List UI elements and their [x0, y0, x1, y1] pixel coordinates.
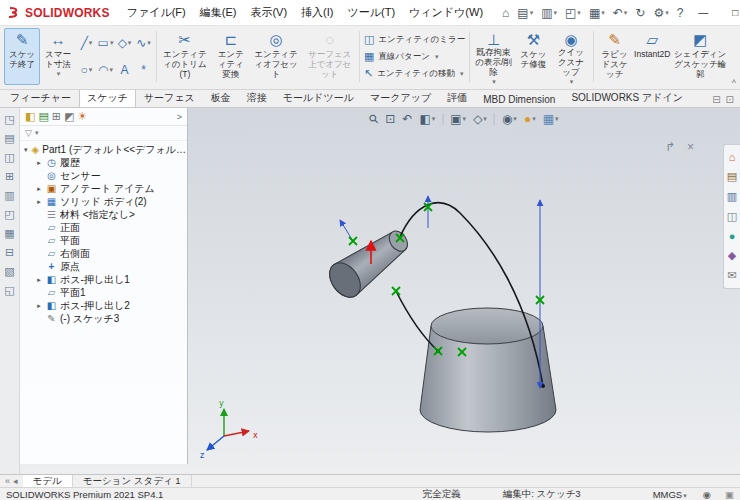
- tab-features[interactable]: フィーチャー: [2, 88, 79, 107]
- side-toolbar-icon[interactable]: ▤: [4, 132, 14, 145]
- expander-icon[interactable]: ▸: [35, 276, 43, 284]
- options-icon[interactable]: ⚙▾: [649, 5, 672, 21]
- filter-icon[interactable]: ▽: [25, 128, 32, 138]
- boss-extrude1-body[interactable]: [420, 308, 556, 432]
- shaded-sketch-contours-button[interactable]: ◩ シェイディングスケッチ輪郭: [670, 28, 730, 85]
- menu-insert[interactable]: 挿入(I): [294, 1, 340, 24]
- instant2d-button[interactable]: ▱ Instant2D: [634, 28, 670, 85]
- tab-surfaces[interactable]: サーフェス: [136, 88, 203, 107]
- line-tool-button[interactable]: ╱▾: [77, 30, 96, 57]
- 3d-scene[interactable]: x y z: [188, 108, 740, 474]
- tab-sheet-metal[interactable]: 板金: [203, 88, 239, 107]
- open-icon[interactable]: ▥▾: [537, 5, 561, 21]
- tree-item-origin[interactable]: + 原点: [20, 260, 187, 273]
- file-explorer-icon[interactable]: ▥: [727, 190, 737, 203]
- solidworks-resources-icon[interactable]: ⌂: [729, 151, 736, 163]
- eye-icon[interactable]: ◉: [703, 489, 711, 500]
- circle-tool-button[interactable]: ○▾: [77, 57, 96, 84]
- tree-item-annotations[interactable]: ▸ ▣ アノテート アイテム: [20, 182, 187, 195]
- dropdown-arrow-icon[interactable]: ▾: [432, 115, 436, 123]
- expander-icon[interactable]: ▸: [35, 159, 43, 167]
- dropdown-arrow-icon[interactable]: ▾: [110, 39, 114, 47]
- tree-item-boss-extrude2[interactable]: ▸ ◧ ボス-押し出し2: [20, 299, 187, 312]
- flyout-arrow-icon[interactable]: >: [177, 112, 182, 122]
- home-icon[interactable]: ⌂: [498, 5, 513, 21]
- tree-item-sensors[interactable]: ◎ センサー: [20, 169, 187, 182]
- convert-entities-button[interactable]: ⊏ エンティティ変換: [211, 28, 250, 85]
- arc-tool-button[interactable]: ◠▾: [96, 57, 115, 84]
- print-icon[interactable]: ▦▾: [585, 5, 609, 21]
- side-toolbar-icon[interactable]: ⊞: [5, 170, 14, 183]
- appearances-icon[interactable]: ●: [729, 230, 736, 242]
- mirror-entities-button[interactable]: ◫ エンティティのミラー: [364, 33, 465, 46]
- tree-item-part[interactable]: ▾ ◈ Part1 (デフォルト<<デフォルト>_表示状態 1>: [20, 143, 187, 156]
- tab-mbd-dimension[interactable]: MBD Dimension: [475, 91, 563, 107]
- motion-study-tab[interactable]: モーション スタディ 1: [73, 475, 192, 487]
- side-toolbar-icon[interactable]: ◳: [4, 113, 14, 126]
- dropdown-arrow-icon[interactable]: ▾: [128, 39, 132, 47]
- minimize-button[interactable]: —: [687, 0, 719, 26]
- display-delete-relations-button[interactable]: ⊥ 既存拘束の表示/削除 ▾: [472, 28, 516, 85]
- expander-icon[interactable]: ▸: [35, 198, 43, 206]
- pane-toggle-icon[interactable]: ⊡: [726, 94, 734, 105]
- dropdown-arrow-icon[interactable]: ▾: [460, 70, 464, 78]
- units-selector[interactable]: MMGS▾: [653, 489, 687, 500]
- menu-edit[interactable]: 編集(E): [193, 1, 244, 24]
- design-library-icon[interactable]: ▤: [727, 170, 737, 183]
- configuration-manager-tab[interactable]: ⊞: [52, 110, 61, 123]
- menu-file[interactable]: ファイル(F): [120, 1, 193, 24]
- side-toolbar-icon[interactable]: ▧: [4, 265, 14, 278]
- dropdown-arrow-icon[interactable]: ▾: [147, 39, 151, 47]
- reference-triad[interactable]: x y z: [200, 399, 258, 460]
- tab-weldments[interactable]: 溶接: [239, 88, 275, 107]
- repair-sketch-button[interactable]: ⚒ スケッチ修復: [515, 28, 551, 85]
- exit-sketch-button[interactable]: ✎ スケッチ終了: [4, 28, 40, 85]
- tab-sketch[interactable]: スケッチ: [79, 88, 136, 107]
- view-palette-icon[interactable]: ◫: [727, 210, 737, 223]
- save-icon[interactable]: ◰▾: [561, 5, 585, 21]
- menu-window[interactable]: ウィンドウ(W): [402, 1, 490, 24]
- model-tab[interactable]: モデル: [23, 475, 73, 487]
- tree-item-front-plane[interactable]: ▱ 正面: [20, 221, 187, 234]
- tree-item-boss-extrude1[interactable]: ▸ ◧ ボス-押し出し1: [20, 273, 187, 286]
- side-toolbar-icon[interactable]: ▥: [4, 189, 14, 202]
- undo-icon[interactable]: ↶▾: [609, 5, 632, 21]
- spline-tool-button[interactable]: ∿▾: [134, 30, 153, 57]
- featuremanager-tree-tab[interactable]: ◧: [25, 110, 35, 123]
- status-pane-icon[interactable]: ▣: [725, 489, 734, 500]
- scroll-prev-icon[interactable]: ◂: [13, 476, 18, 486]
- tree-item-right-plane[interactable]: ▱ 右側面: [20, 247, 187, 260]
- side-toolbar-icon[interactable]: ◰: [4, 208, 14, 221]
- dimxpert-manager-tab[interactable]: ◩: [64, 110, 74, 123]
- dropdown-arrow-icon[interactable]: ▾: [89, 66, 93, 74]
- solidworks-forum-icon[interactable]: ✉: [727, 269, 736, 282]
- dropdown-arrow-icon[interactable]: ▾: [513, 115, 517, 123]
- dropdown-arrow-icon[interactable]: ▾: [483, 115, 487, 123]
- display-style-icon[interactable]: ◇▾: [470, 112, 490, 126]
- display-manager-tab[interactable]: ☀: [77, 110, 87, 123]
- dropdown-arrow-icon[interactable]: ▾: [463, 115, 467, 123]
- tree-item-sketch3[interactable]: ✎ (-) スケッチ3: [20, 312, 187, 325]
- text-tool-button[interactable]: A: [115, 57, 134, 84]
- side-toolbar-icon[interactable]: ⊟: [5, 246, 14, 259]
- dropdown-arrow-icon[interactable]: ▾: [435, 53, 439, 61]
- menu-view[interactable]: 表示(V): [243, 1, 294, 24]
- confirm-exit-sketch-icon[interactable]: ↱: [665, 140, 675, 154]
- trim-entities-button[interactable]: ✂ エンティティのトリム(T): [158, 28, 211, 85]
- hide-show-items-icon[interactable]: ◉▾: [499, 112, 520, 126]
- dropdown-arrow-icon[interactable]: ▾: [35, 129, 39, 137]
- menu-tools[interactable]: ツール(T): [340, 1, 402, 24]
- section-view-icon[interactable]: ◧▾: [416, 112, 438, 126]
- maximize-button[interactable]: □: [719, 0, 740, 26]
- expander-icon[interactable]: ▾: [23, 146, 29, 154]
- dropdown-arrow-icon[interactable]: ▾: [109, 66, 113, 74]
- zoom-fit-icon[interactable]: ⚲: [366, 112, 381, 126]
- move-entities-button[interactable]: ↖ エンティティの移動 ▾: [364, 67, 465, 80]
- edit-appearance-icon[interactable]: ●▾: [521, 112, 539, 126]
- graphics-viewport[interactable]: x y z ⚲ ⊡ ↶ ◧▾ ▣▾ ◇▾ ◉▾ ●▾ ▦▾ ↱ × ⌂ ▤: [188, 108, 740, 474]
- cancel-sketch-icon[interactable]: ×: [687, 140, 694, 154]
- side-toolbar-icon[interactable]: ◫: [4, 151, 14, 164]
- custom-properties-icon[interactable]: ◆: [728, 249, 736, 262]
- rapid-sketch-button[interactable]: ✎ ラピッドスケッチ: [595, 28, 634, 85]
- dropdown-arrow-icon[interactable]: ▾: [532, 115, 536, 123]
